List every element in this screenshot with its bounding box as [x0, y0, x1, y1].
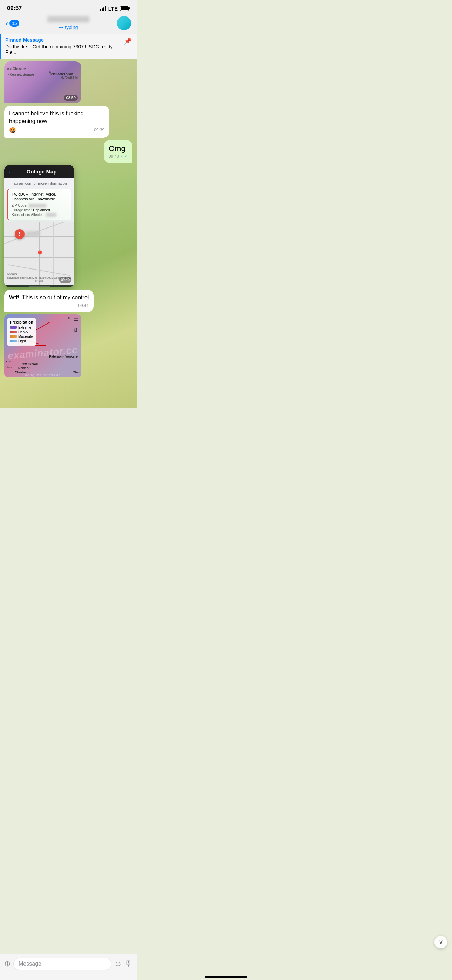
message-row: ‹ Outage Map Tap an icon for more inform… [4, 165, 132, 288]
outage-subscribers-row: Subscribers Affected: [11, 213, 68, 216]
extreme-label: Extreme [18, 326, 31, 329]
battery-icon [120, 6, 130, 11]
moderate-swatch [10, 335, 17, 338]
legend-title: Precipitation [10, 320, 33, 324]
precipitation-map: Precipitation Extreme Heavy Moderate [4, 314, 81, 377]
message-text: Wtf!! This is so out of my control [9, 294, 89, 301]
message-row: est Chester• •Kennett Square Philadelphi… [4, 61, 132, 103]
message-row: I cannot believe this is fucking happeni… [4, 105, 132, 138]
pin-icon: 📌 [124, 37, 132, 45]
chat-area: est Chester• •Kennett Square Philadelphi… [0, 59, 137, 408]
status-icons: LTE [100, 6, 130, 11]
nav-center: ••• typing [47, 16, 89, 30]
nav-bar: ‹ 15 ••• typing [0, 14, 137, 33]
read-check-icon: ✓✓ [121, 154, 127, 159]
light-swatch [10, 340, 17, 342]
precipitation-legend: Precipitation Extreme Heavy Moderate [7, 318, 36, 346]
message-meta: 🤬 09:39 [9, 127, 104, 134]
message-row: Precipitation Extreme Heavy Moderate [4, 314, 132, 377]
back-count-badge: 15 [10, 20, 19, 27]
layers-icon[interactable]: ⧉ [73, 327, 78, 333]
message-row: Omg 09:40 ✓✓ [4, 140, 132, 163]
outage-tap-hint: Tap an icon for more information [4, 178, 74, 187]
message-meta: 09:41 [9, 303, 89, 308]
image-message-received[interactable]: est Chester• •Kennett Square Philadelphi… [4, 61, 81, 103]
message-time: 09:40 [108, 154, 119, 159]
outage-zip-label: ZIP Code: [11, 204, 27, 207]
city-pi: Pi. [68, 317, 72, 320]
back-chevron-icon: ‹ [6, 20, 8, 27]
avatar[interactable] [117, 16, 131, 30]
outage-subscribers-value-blurred [46, 213, 56, 216]
messages-list: est Chester• •Kennett Square Philadelphi… [0, 59, 137, 380]
message-text: I cannot believe this is fucking happeni… [9, 110, 104, 126]
precipitation-map-card[interactable]: Precipitation Extreme Heavy Moderate [4, 314, 81, 377]
message-time: 09:39 [94, 127, 104, 132]
heavy-swatch [10, 331, 17, 333]
google-logo: Google [7, 272, 17, 275]
city-morristown: •Morristown [22, 362, 38, 365]
legend-row-heavy: Heavy [10, 330, 33, 334]
moderate-label: Moderate [18, 335, 33, 339]
message-time: 08:59 [64, 95, 78, 100]
city-own: •own [6, 360, 12, 363]
city-paterson: Paterson• [49, 355, 64, 358]
outage-card-header: ‹ Outage Map [4, 165, 74, 178]
lte-label: LTE [108, 6, 118, 11]
typing-indicator: ••• typing [47, 24, 89, 30]
outage-zip-row: ZIP Code: [11, 204, 68, 207]
legend-row-light: Light [10, 339, 33, 343]
message-text: Omg [108, 144, 127, 153]
outage-title: Outage Map [13, 169, 70, 175]
map-location-pin-icon: 📍 [35, 250, 45, 259]
outage-subscribers-label: Subscribers Affected: [11, 213, 45, 216]
outage-services-text: TV, cDVR, Internet, Voice, Channels are … [11, 192, 68, 202]
message-time: 09:40 [59, 277, 72, 283]
message-time: 09:41 [78, 303, 89, 308]
outage-back-icon: ‹ [8, 169, 10, 175]
bubble-sent[interactable]: Omg 09:40 ✓✓ [104, 140, 132, 163]
back-button[interactable]: ‹ 15 [6, 20, 19, 27]
city-newark: Newark• [18, 366, 30, 370]
watermark: examinator.cc [4, 344, 81, 362]
map-blurred-label [26, 231, 40, 236]
outage-type-row: Outage type: Unplanned [11, 208, 68, 212]
map-label-kennett: •Kennett Square [8, 73, 34, 76]
bubble-received[interactable]: I cannot believe this is fucking happeni… [4, 105, 109, 138]
city-yonkers: Yonkers• [65, 355, 78, 358]
outage-mini-map: ! 📍 Google Keyboard shortcuts Map data ©… [4, 222, 74, 285]
outage-zip-value-blurred [29, 204, 46, 207]
heavy-label: Heavy [18, 330, 28, 334]
outage-card-body: Tap an icon for more information TV, cDV… [4, 178, 74, 288]
typing-dots: ••• [59, 24, 64, 30]
signal-icon [100, 6, 106, 11]
outage-map-card[interactable]: ‹ Outage Map Tap an icon for more inform… [4, 165, 74, 288]
pinned-message-bar[interactable]: Pinned Message Do this first: Get the re… [0, 33, 137, 59]
typing-label: typing [65, 24, 78, 30]
legend-row-extreme: Extreme [10, 326, 33, 329]
bubble-received[interactable]: Wtf!! This is so out of my control 09:41 [4, 290, 94, 312]
outage-type-label: Outage type: [11, 208, 32, 212]
legend-row-moderate: Moderate [10, 335, 33, 339]
message-row: Wtf!! This is so out of my control 09:41 [4, 290, 132, 312]
contact-name-blurred [47, 16, 89, 22]
pinned-content: Pinned Message Do this first: Get the re… [5, 37, 124, 55]
pinned-title: Pinned Message [5, 37, 124, 43]
pinned-text: Do this first: Get the remaining 7307 US… [5, 44, 124, 55]
menu-icon[interactable]: ☰ [73, 317, 78, 324]
outage-type-value: Unplanned [33, 208, 50, 212]
map-label-browns: •Browns M [61, 75, 78, 79]
map-label-west-chester: est Chester• [7, 67, 26, 71]
light-label: Light [18, 339, 26, 343]
city-ston: ston• [6, 366, 12, 369]
extreme-swatch [10, 326, 17, 329]
conquering-watermark: CONQUERING EXAMS [4, 374, 81, 377]
message-emoji: 🤬 [9, 127, 16, 134]
outage-info-panel: TV, cDVR, Internet, Voice, Channels are … [7, 189, 72, 221]
status-bar: 09:57 LTE [0, 0, 137, 14]
status-time: 09:57 [7, 5, 22, 12]
message-meta: 09:40 ✓✓ [108, 154, 127, 159]
